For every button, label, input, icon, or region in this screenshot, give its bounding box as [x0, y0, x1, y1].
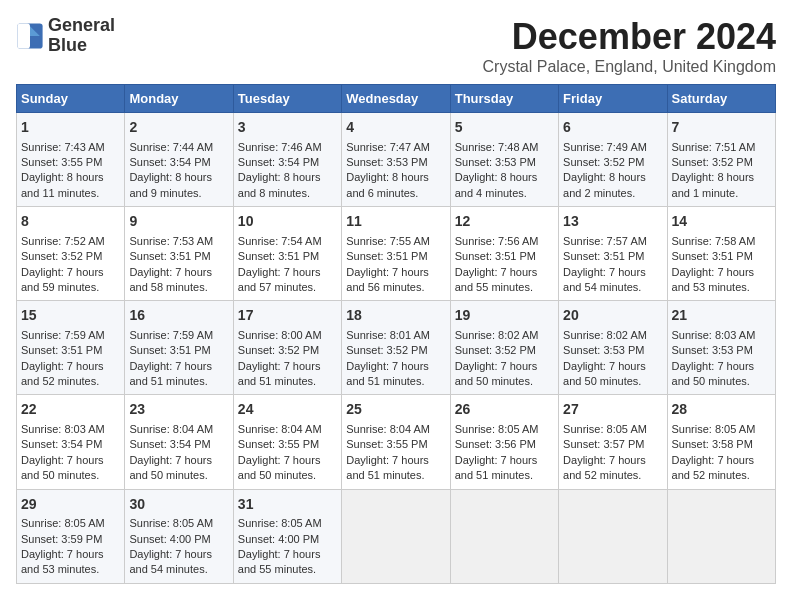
day-cell: 13Sunrise: 7:57 AMSunset: 3:51 PMDayligh… [559, 207, 667, 301]
day-number: 12 [455, 212, 554, 232]
daylight-hours: Daylight: 7 hours and 58 minutes. [129, 266, 212, 293]
day-number: 20 [563, 306, 662, 326]
logo: GeneralBlue [16, 16, 115, 56]
sunset-time: Sunset: 3:51 PM [346, 250, 427, 262]
day-cell: 9Sunrise: 7:53 AMSunset: 3:51 PMDaylight… [125, 207, 233, 301]
calendar-table: SundayMondayTuesdayWednesdayThursdayFrid… [16, 84, 776, 584]
sunrise-time: Sunrise: 7:55 AM [346, 235, 430, 247]
daylight-hours: Daylight: 8 hours and 9 minutes. [129, 171, 212, 198]
sunrise-time: Sunrise: 7:53 AM [129, 235, 213, 247]
day-cell: 25Sunrise: 8:04 AMSunset: 3:55 PMDayligh… [342, 395, 450, 489]
daylight-hours: Daylight: 7 hours and 50 minutes. [455, 360, 538, 387]
day-number: 18 [346, 306, 445, 326]
sunset-time: Sunset: 3:59 PM [21, 533, 102, 545]
logo-icon [16, 22, 44, 50]
sunrise-time: Sunrise: 7:57 AM [563, 235, 647, 247]
day-cell: 26Sunrise: 8:05 AMSunset: 3:56 PMDayligh… [450, 395, 558, 489]
day-number: 10 [238, 212, 337, 232]
sunrise-time: Sunrise: 7:51 AM [672, 141, 756, 153]
daylight-hours: Daylight: 7 hours and 55 minutes. [238, 548, 321, 575]
day-cell: 6Sunrise: 7:49 AMSunset: 3:52 PMDaylight… [559, 113, 667, 207]
day-cell: 18Sunrise: 8:01 AMSunset: 3:52 PMDayligh… [342, 301, 450, 395]
day-cell: 29Sunrise: 8:05 AMSunset: 3:59 PMDayligh… [17, 489, 125, 583]
day-cell: 1Sunrise: 7:43 AMSunset: 3:55 PMDaylight… [17, 113, 125, 207]
sunrise-time: Sunrise: 8:05 AM [238, 517, 322, 529]
week-row-1: 1Sunrise: 7:43 AMSunset: 3:55 PMDaylight… [17, 113, 776, 207]
day-number: 4 [346, 118, 445, 138]
day-cell: 21Sunrise: 8:03 AMSunset: 3:53 PMDayligh… [667, 301, 775, 395]
sunrise-time: Sunrise: 8:04 AM [238, 423, 322, 435]
sunset-time: Sunset: 3:57 PM [563, 438, 644, 450]
day-number: 2 [129, 118, 228, 138]
sunset-time: Sunset: 3:58 PM [672, 438, 753, 450]
sunset-time: Sunset: 3:51 PM [563, 250, 644, 262]
sunrise-time: Sunrise: 8:00 AM [238, 329, 322, 341]
daylight-hours: Daylight: 7 hours and 50 minutes. [672, 360, 755, 387]
daylight-hours: Daylight: 7 hours and 52 minutes. [21, 360, 104, 387]
day-cell: 23Sunrise: 8:04 AMSunset: 3:54 PMDayligh… [125, 395, 233, 489]
day-cell: 8Sunrise: 7:52 AMSunset: 3:52 PMDaylight… [17, 207, 125, 301]
sunrise-time: Sunrise: 7:43 AM [21, 141, 105, 153]
sunset-time: Sunset: 3:52 PM [238, 344, 319, 356]
daylight-hours: Daylight: 7 hours and 57 minutes. [238, 266, 321, 293]
sunrise-time: Sunrise: 8:02 AM [563, 329, 647, 341]
logo-line2: Blue [48, 36, 115, 56]
daylight-hours: Daylight: 7 hours and 54 minutes. [563, 266, 646, 293]
daylight-hours: Daylight: 7 hours and 50 minutes. [563, 360, 646, 387]
sunrise-time: Sunrise: 8:05 AM [21, 517, 105, 529]
week-row-4: 22Sunrise: 8:03 AMSunset: 3:54 PMDayligh… [17, 395, 776, 489]
day-cell: 7Sunrise: 7:51 AMSunset: 3:52 PMDaylight… [667, 113, 775, 207]
day-cell: 15Sunrise: 7:59 AMSunset: 3:51 PMDayligh… [17, 301, 125, 395]
calendar-header: SundayMondayTuesdayWednesdayThursdayFrid… [17, 85, 776, 113]
sunrise-time: Sunrise: 7:59 AM [129, 329, 213, 341]
day-number: 1 [21, 118, 120, 138]
sunset-time: Sunset: 3:53 PM [672, 344, 753, 356]
daylight-hours: Daylight: 7 hours and 51 minutes. [346, 360, 429, 387]
sunrise-time: Sunrise: 8:05 AM [563, 423, 647, 435]
sunset-time: Sunset: 3:51 PM [21, 344, 102, 356]
sunset-time: Sunset: 4:00 PM [129, 533, 210, 545]
sunset-time: Sunset: 3:53 PM [563, 344, 644, 356]
day-cell [342, 489, 450, 583]
day-cell: 11Sunrise: 7:55 AMSunset: 3:51 PMDayligh… [342, 207, 450, 301]
sunrise-time: Sunrise: 8:03 AM [21, 423, 105, 435]
column-header-monday: Monday [125, 85, 233, 113]
daylight-hours: Daylight: 7 hours and 50 minutes. [21, 454, 104, 481]
sunrise-time: Sunrise: 8:04 AM [129, 423, 213, 435]
daylight-hours: Daylight: 8 hours and 8 minutes. [238, 171, 321, 198]
sunset-time: Sunset: 3:52 PM [21, 250, 102, 262]
day-cell: 22Sunrise: 8:03 AMSunset: 3:54 PMDayligh… [17, 395, 125, 489]
sunset-time: Sunset: 3:56 PM [455, 438, 536, 450]
sunset-time: Sunset: 3:54 PM [238, 156, 319, 168]
sunset-time: Sunset: 3:51 PM [455, 250, 536, 262]
column-header-thursday: Thursday [450, 85, 558, 113]
subtitle: Crystal Palace, England, United Kingdom [483, 58, 777, 76]
day-number: 27 [563, 400, 662, 420]
daylight-hours: Daylight: 7 hours and 53 minutes. [672, 266, 755, 293]
sunrise-time: Sunrise: 7:47 AM [346, 141, 430, 153]
day-number: 5 [455, 118, 554, 138]
day-cell: 24Sunrise: 8:04 AMSunset: 3:55 PMDayligh… [233, 395, 341, 489]
day-number: 8 [21, 212, 120, 232]
sunset-time: Sunset: 3:54 PM [21, 438, 102, 450]
daylight-hours: Daylight: 7 hours and 59 minutes. [21, 266, 104, 293]
sunrise-time: Sunrise: 8:05 AM [672, 423, 756, 435]
sunset-time: Sunset: 3:53 PM [455, 156, 536, 168]
column-header-sunday: Sunday [17, 85, 125, 113]
day-cell: 2Sunrise: 7:44 AMSunset: 3:54 PMDaylight… [125, 113, 233, 207]
sunrise-time: Sunrise: 8:05 AM [455, 423, 539, 435]
day-number: 22 [21, 400, 120, 420]
day-cell: 10Sunrise: 7:54 AMSunset: 3:51 PMDayligh… [233, 207, 341, 301]
sunset-time: Sunset: 3:54 PM [129, 438, 210, 450]
day-cell [667, 489, 775, 583]
daylight-hours: Daylight: 7 hours and 55 minutes. [455, 266, 538, 293]
daylight-hours: Daylight: 8 hours and 2 minutes. [563, 171, 646, 198]
sunset-time: Sunset: 3:52 PM [563, 156, 644, 168]
calendar-body: 1Sunrise: 7:43 AMSunset: 3:55 PMDaylight… [17, 113, 776, 584]
sunset-time: Sunset: 3:53 PM [346, 156, 427, 168]
sunrise-time: Sunrise: 7:54 AM [238, 235, 322, 247]
day-cell: 31Sunrise: 8:05 AMSunset: 4:00 PMDayligh… [233, 489, 341, 583]
sunrise-time: Sunrise: 7:59 AM [21, 329, 105, 341]
sunrise-time: Sunrise: 8:04 AM [346, 423, 430, 435]
daylight-hours: Daylight: 7 hours and 50 minutes. [129, 454, 212, 481]
